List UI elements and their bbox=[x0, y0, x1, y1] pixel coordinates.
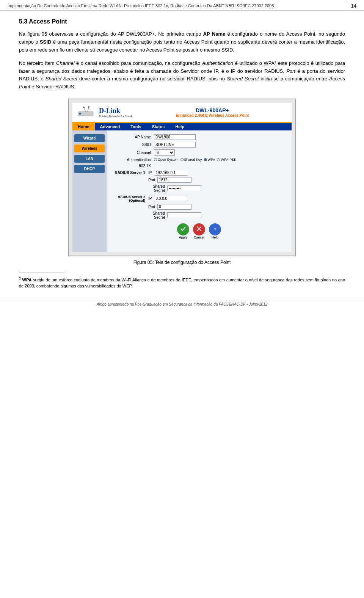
radius1-main-label: RADIUS Server 1 bbox=[112, 171, 148, 175]
nav-help[interactable]: Help bbox=[170, 123, 190, 130]
dlink-logo-area: D-Link Building Networks for People bbox=[99, 107, 133, 118]
radius2-port-label: Port bbox=[148, 205, 157, 209]
dlink-nav: Home Advanced Tools Status Help bbox=[72, 123, 292, 130]
auth-open: Open System bbox=[154, 158, 179, 162]
auth-open-label: Open System bbox=[158, 158, 179, 162]
ssid-row: SSID bbox=[112, 142, 286, 148]
auth-row: Authentication Open System Shared Key bbox=[112, 158, 286, 162]
channel-row: Channel 6 bbox=[112, 149, 286, 156]
svg-line-3 bbox=[88, 107, 89, 111]
cancel-label: Cancel bbox=[194, 235, 204, 239]
auth-wpapsk-label: WPA-PSK bbox=[221, 158, 236, 162]
svg-point-4 bbox=[83, 107, 85, 108]
channel-label: Channel bbox=[112, 151, 154, 155]
radius1-secret-input[interactable] bbox=[167, 185, 201, 191]
auth-wpapsk: WPA-PSK bbox=[217, 158, 236, 162]
main-content: 5.3 Access Point Na figura 05 observa-se… bbox=[0, 11, 364, 300]
dlink-sidebar: Wizard Wireless LAN DHCP bbox=[72, 130, 107, 252]
page-number: 14 bbox=[347, 3, 356, 9]
dlink-logo-sub: Building Networks for People bbox=[99, 115, 133, 118]
ap-name-row: AP Name bbox=[112, 134, 286, 140]
radius2-port-row: Port bbox=[112, 204, 286, 210]
radius2-ip-sublabel: IP bbox=[148, 196, 154, 201]
auth-shared-label: Shared Key bbox=[184, 158, 202, 162]
ssid-label: SSID bbox=[112, 143, 154, 147]
paragraph-2: No terceiro item Channel é o canal escol… bbox=[19, 60, 345, 91]
svg-point-5 bbox=[88, 106, 89, 108]
cancel-button[interactable] bbox=[193, 223, 205, 235]
nav-tools[interactable]: Tools bbox=[125, 123, 147, 130]
apply-button[interactable] bbox=[177, 223, 189, 235]
footnote-sup: 2 bbox=[19, 276, 21, 280]
radius1-port-row: Port bbox=[112, 177, 286, 183]
dlink-header: D-Link Building Networks for People DWL-… bbox=[72, 103, 292, 123]
paragraph-1: Na figura 05 observa-se a configuração d… bbox=[19, 30, 345, 54]
auth-shared: Shared Key bbox=[180, 158, 202, 162]
svg-line-2 bbox=[84, 108, 86, 111]
radio-open[interactable] bbox=[154, 158, 157, 161]
ssid-input[interactable] bbox=[154, 142, 196, 148]
apply-btn-area: Apply bbox=[177, 223, 189, 239]
dot1x-row: 802.1X bbox=[112, 164, 286, 168]
help-btn-area: ? Help bbox=[209, 223, 221, 239]
radius2-port-input[interactable] bbox=[157, 204, 191, 210]
page-container: Implementação De Controle de Acesso Em U… bbox=[0, 0, 364, 308]
dlink-subtitle: Enhanced 2.4GHz Wireless Access Point bbox=[137, 113, 288, 118]
figure-caption: Figura 05: Tela de configuração do Acces… bbox=[133, 260, 231, 265]
radius2-main-label: RADIUS Server 2 (Optional) bbox=[112, 195, 148, 202]
footer-text: Artigo apresentado na Pós-Graduação em S… bbox=[97, 302, 268, 306]
radius2-secret-label: SharedSecret bbox=[143, 211, 167, 220]
sidebar-wireless[interactable]: Wireless bbox=[74, 144, 105, 152]
apply-label: Apply bbox=[179, 235, 188, 239]
radius2-section: RADIUS Server 2 (Optional) IP Port bbox=[112, 195, 286, 220]
sidebar-wizard[interactable]: Wizard bbox=[74, 134, 105, 142]
nav-advanced[interactable]: Advanced bbox=[95, 123, 126, 130]
nav-status[interactable]: Status bbox=[147, 123, 170, 130]
auth-radio-group: Open System Shared Key WPA bbox=[154, 158, 236, 162]
radius2-header-row: RADIUS Server 2 (Optional) IP bbox=[112, 195, 286, 202]
sidebar-lan[interactable]: LAN bbox=[74, 155, 105, 163]
radio-wpapsk[interactable] bbox=[217, 158, 220, 161]
auth-wpa: WPA bbox=[204, 158, 215, 162]
nav-home[interactable]: Home bbox=[72, 123, 95, 130]
router-icon bbox=[76, 106, 95, 119]
dlink-model: DWL-900AP+ bbox=[137, 107, 288, 113]
footnote: 2 WPA surgiu de um esforço conjunto de m… bbox=[19, 276, 345, 289]
radius1-section: RADIUS Server 1 IP Port bbox=[112, 170, 286, 193]
radio-wpa[interactable] bbox=[204, 158, 207, 161]
auth-label: Authentication bbox=[112, 158, 154, 162]
svg-rect-1 bbox=[79, 113, 81, 115]
radius2-secret-input[interactable] bbox=[167, 212, 201, 218]
radius2-secret-row: SharedSecret bbox=[112, 211, 286, 220]
help-button[interactable]: ? bbox=[209, 223, 221, 235]
dlink-logo: D-Link bbox=[99, 107, 133, 115]
header-title: Implementação De Controle de Acesso Em U… bbox=[8, 3, 274, 9]
figure-container: D-Link Building Networks for People DWL-… bbox=[19, 99, 345, 265]
radio-shared[interactable] bbox=[180, 158, 184, 161]
radius1-ip-input[interactable] bbox=[154, 170, 188, 176]
dlink-title-area: DWL-900AP+ Enhanced 2.4GHz Wireless Acce… bbox=[137, 107, 288, 118]
dot1x-label: 802.1X bbox=[112, 164, 154, 168]
footnote-separator bbox=[19, 273, 64, 273]
section-title: 5.3 Access Point bbox=[19, 18, 345, 25]
radius1-secret-label: SharedSecret bbox=[143, 184, 167, 193]
cancel-btn-area: Cancel bbox=[193, 223, 205, 239]
help-label: Help bbox=[212, 235, 219, 239]
radius1-secret-row: SharedSecret bbox=[112, 184, 286, 193]
radius1-ip-sublabel: IP bbox=[148, 171, 154, 175]
page-header: Implementação De Controle de Acesso Em U… bbox=[0, 0, 364, 11]
dlink-body: Wizard Wireless LAN DHCP AP Name bbox=[72, 130, 292, 252]
auth-wpa-label: WPA bbox=[208, 158, 215, 162]
radius1-port-label: Port bbox=[148, 178, 157, 182]
radius2-ip-input[interactable] bbox=[154, 196, 188, 201]
sidebar-dhcp[interactable]: DHCP bbox=[74, 165, 105, 173]
radius1-header-row: RADIUS Server 1 IP bbox=[112, 170, 286, 176]
radius1-port-input[interactable] bbox=[157, 177, 191, 183]
ap-name-input[interactable] bbox=[154, 134, 196, 140]
screenshot-box: D-Link Building Networks for People DWL-… bbox=[68, 99, 296, 256]
channel-select[interactable]: 6 bbox=[154, 149, 175, 156]
dlink-main-form: AP Name SSID Channel 6 bbox=[107, 130, 292, 252]
detected-item: item bbox=[45, 60, 55, 66]
ap-name-label: AP Name bbox=[112, 135, 154, 139]
page-footer: Artigo apresentado na Pós-Graduação em S… bbox=[0, 300, 364, 308]
